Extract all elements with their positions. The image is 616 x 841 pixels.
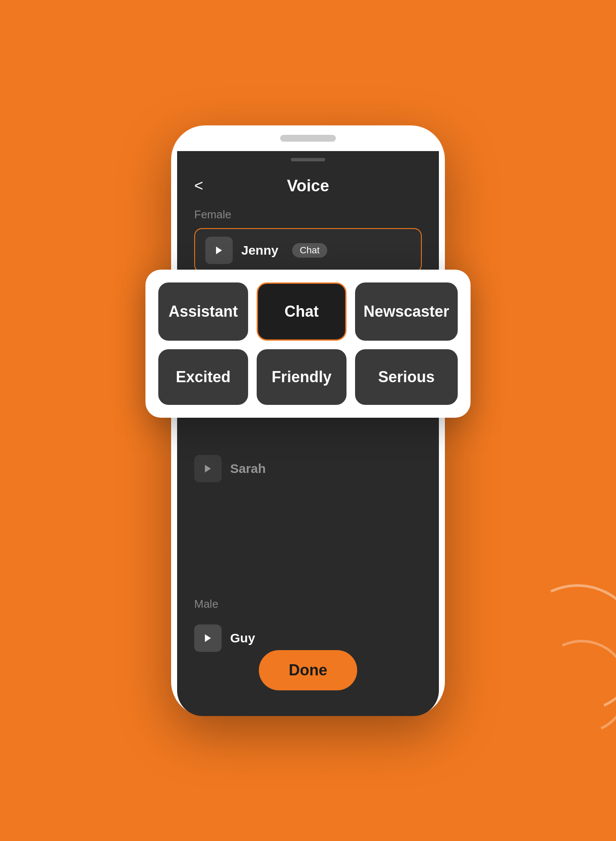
- page-title: Voice: [287, 177, 329, 195]
- style-picker-popup: Assistant Chat Newscaster Excited Friend…: [145, 270, 471, 418]
- deco-arc-2: [521, 627, 616, 747]
- style-btn-assistant[interactable]: Assistant: [158, 282, 248, 341]
- style-btn-newscaster[interactable]: Newscaster: [355, 282, 458, 341]
- female-section-label: Female: [177, 204, 439, 228]
- voice-item-guy[interactable]: Guy: [194, 624, 255, 652]
- voice-name-sarah: Sarah: [230, 461, 266, 476]
- voice-name-guy: Guy: [230, 631, 255, 645]
- back-button[interactable]: <: [194, 177, 203, 195]
- voice-tag-jenny: Chat: [292, 243, 327, 258]
- app-header: < Voice: [177, 168, 439, 204]
- play-button-sarah[interactable]: [194, 455, 222, 482]
- style-btn-friendly[interactable]: Friendly: [257, 349, 346, 405]
- status-pill: [291, 158, 325, 161]
- done-button[interactable]: Done: [259, 650, 357, 690]
- style-btn-excited[interactable]: Excited: [158, 349, 248, 405]
- svg-marker-2: [205, 465, 211, 473]
- svg-marker-0: [216, 247, 222, 254]
- status-bar: [177, 151, 439, 168]
- male-section-label: Male: [194, 597, 218, 618]
- voice-item-sarah[interactable]: Sarah: [194, 455, 266, 482]
- play-button-jenny[interactable]: [205, 237, 233, 264]
- style-btn-serious[interactable]: Serious: [355, 349, 458, 405]
- svg-marker-3: [205, 634, 211, 642]
- phone-notch: [171, 125, 445, 151]
- notch-pill: [280, 135, 336, 142]
- voice-name-jenny: Jenny: [241, 243, 278, 258]
- phone-shell: < Voice Female Jenny Chat Aria: [171, 125, 445, 716]
- voice-item-jenny[interactable]: Jenny Chat: [194, 228, 422, 273]
- phone-screen: < Voice Female Jenny Chat Aria: [177, 151, 439, 716]
- play-button-guy[interactable]: [194, 624, 222, 652]
- style-btn-chat[interactable]: Chat: [257, 282, 346, 341]
- deco-arc-1: [495, 566, 616, 731]
